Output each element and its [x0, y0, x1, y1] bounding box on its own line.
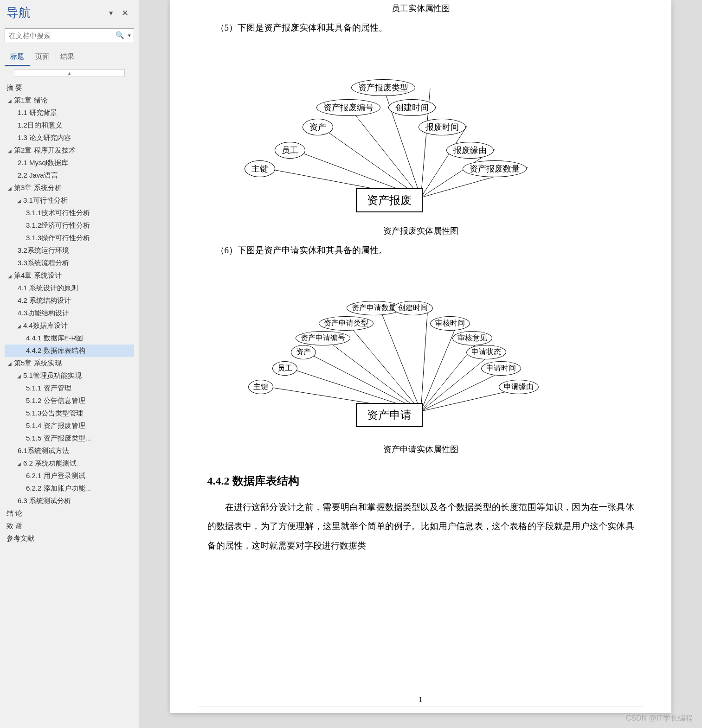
nav-tree-item[interactable]: 3.1.3操作可行性分析 [5, 232, 134, 244]
nav-tree-item[interactable]: 4.4.2 数据库表结构 [5, 345, 134, 357]
nav-tree-item[interactable]: 1.2目的和意义 [5, 119, 134, 132]
nav-tree-item[interactable]: 3.3系统流程分析 [5, 257, 134, 269]
tab-headings[interactable]: 标题 [5, 50, 30, 66]
nav-tree-item[interactable]: ◢第3章 系统分析 [5, 182, 134, 194]
tab-pages[interactable]: 页面 [30, 50, 55, 66]
nav-tree-item[interactable]: 6.2.1 用户登录测试 [5, 470, 134, 482]
nav-header: 导航 ▼ ✕ [0, 0, 139, 26]
section-heading: 4.4.2 数据库表结构 [207, 473, 644, 488]
paragraph: （5）下图是资产报废实体和其具备的属性。 [198, 20, 644, 35]
nav-tree-item[interactable]: 5.1.4 资产报废管理 [5, 420, 134, 432]
er-attr: 报废时间 [419, 119, 466, 135]
tree-item-label: 5.1.4 资产报废管理 [26, 421, 85, 429]
nav-tree-item[interactable]: ◢第2章 程序开发技术 [5, 144, 134, 157]
tree-item-label: 第2章 程序开发技术 [14, 146, 76, 154]
tree-item-label: 4.1 系统设计的原则 [18, 284, 78, 292]
tree-toggle-icon[interactable]: ◢ [6, 274, 13, 279]
nav-tree-item[interactable]: 4.2 系统结构设计 [5, 294, 134, 307]
svg-line-15 [421, 307, 428, 411]
er-entity: 资产报废 [356, 188, 423, 212]
er-attr: 申请时间 [481, 361, 521, 376]
tree-item-label: 4.2 系统结构设计 [18, 296, 71, 304]
er-attr: 资产报废数量 [463, 160, 527, 177]
tree-toggle-icon[interactable]: ◢ [6, 98, 13, 103]
nav-tree-item[interactable]: 6.3 系统测试分析 [5, 495, 134, 507]
nav-tree-item[interactable]: ◢第1章 绪论 [5, 94, 134, 107]
svg-line-6 [421, 126, 467, 198]
tree-item-label: 5.1管理员功能实现 [23, 371, 82, 379]
figure-caption: 资产报废实体属性图 [198, 225, 644, 236]
tree-toggle-icon[interactable]: ◢ [16, 324, 22, 329]
tree-item-label: 5.1.2 公告信息管理 [26, 396, 85, 404]
document-page: 员工实体属性图 （5）下图是资产报废实体和其具备的属性。 主键 员工 资产 资产… [170, 0, 671, 713]
nav-tree-item[interactable]: 6.2.2 添加账户功能... [5, 482, 134, 495]
nav-tree-item[interactable]: 2.2 Java语言 [5, 169, 134, 182]
svg-line-2 [319, 126, 421, 198]
nav-tree-item[interactable]: 1.3 论文研究内容 [5, 132, 134, 144]
nav-tree-item[interactable]: 4.4.1 数据库E-R图 [5, 332, 134, 345]
search-input[interactable] [5, 30, 113, 41]
nav-tree-item[interactable]: ◢4.4数据库设计 [5, 319, 134, 332]
er-attr: 资产申请编号 [296, 331, 350, 345]
nav-tree-item[interactable]: 6.1系统测试方法 [5, 445, 134, 457]
nav-tree-item[interactable]: ◢第5章 系统实现 [5, 357, 134, 370]
nav-tree-item[interactable]: 4.1 系统设计的原则 [5, 282, 134, 294]
tree-item-label: 参考文献 [6, 534, 34, 542]
tree-toggle-icon[interactable]: ◢ [6, 361, 13, 366]
tree-toggle-icon[interactable]: ◢ [16, 198, 22, 204]
tree-toggle-icon[interactable]: ◢ [16, 461, 22, 466]
tree-item-label: 摘 要 [6, 83, 22, 91]
tree-item-label: 6.3 系统测试分析 [18, 497, 71, 504]
tree-item-label: 4.4.2 数据库表结构 [26, 346, 85, 354]
paragraph: （6）下图是资产申请实体和其具备的属性。 [198, 243, 644, 258]
nav-tree-item[interactable]: 5.1.1 资产管理 [5, 382, 134, 395]
tree-item-label: 致 谢 [6, 522, 22, 530]
nav-tree-item[interactable]: ◢5.1管理员功能实现 [5, 370, 134, 382]
nav-tree-item[interactable]: 4.3功能结构设计 [5, 307, 134, 319]
tree-item-label: 3.1.3操作可行性分析 [26, 234, 90, 242]
er-attr: 资产申请类型 [319, 316, 374, 331]
nav-tree-item[interactable]: ◢3.1可行性分析 [5, 194, 134, 207]
tree-item-label: 3.1可行性分析 [23, 196, 68, 204]
close-icon[interactable]: ✕ [118, 6, 132, 20]
nav-tree-item[interactable]: 1.1 研究背景 [5, 107, 134, 119]
tree-item-label: 6.2.1 用户登录测试 [26, 472, 85, 479]
er-attr: 主键 [248, 380, 273, 394]
tree-item-label: 3.1.2经济可行性分析 [26, 221, 90, 229]
svg-line-18 [421, 351, 495, 411]
er-entity: 资产申请 [356, 403, 423, 427]
nav-tree-item[interactable]: 参考文献 [5, 532, 134, 545]
nav-tree-item[interactable]: 3.1.2经济可行性分析 [5, 219, 134, 232]
er-attr: 资产 [303, 119, 333, 135]
tree-item-label: 6.1系统测试方法 [18, 447, 69, 454]
nav-tree-item[interactable]: 5.1.2 公告信息管理 [5, 395, 134, 407]
nav-options-dropdown[interactable]: ▼ [104, 7, 118, 19]
tree-item-label: 6.2.2 添加账户功能... [26, 484, 91, 492]
tab-results[interactable]: 结果 [55, 50, 80, 66]
nav-tree-item[interactable]: 摘 要 [5, 82, 134, 94]
nav-tree-item[interactable]: 5.1.5 资产报废类型... [5, 432, 134, 445]
nav-tree-item[interactable]: 5.1.3公告类型管理 [5, 407, 134, 420]
collapse-all-button[interactable]: ▴ [14, 69, 125, 77]
nav-tree-item[interactable]: ◢第4章 系统设计 [5, 269, 134, 282]
er-attr: 员工 [275, 142, 305, 159]
nav-tree-item[interactable]: 3.1.1技术可行性分析 [5, 207, 134, 219]
tree-item-label: 4.4.1 数据库E-R图 [26, 334, 83, 342]
svg-line-16 [421, 322, 458, 411]
nav-tree-item[interactable]: ◢6.2 系统功能测试 [5, 457, 134, 470]
tree-item-label: 4.3功能结构设计 [18, 309, 69, 317]
nav-tree: 摘 要◢第1章 绪论1.1 研究背景1.2目的和意义1.3 论文研究内容◢第2章… [0, 80, 139, 728]
nav-tree-item[interactable]: 2.1 Mysql数据库 [5, 157, 134, 169]
tree-item-label: 第1章 绪论 [14, 96, 48, 104]
search-icon[interactable]: 🔍 [113, 31, 127, 39]
tree-toggle-icon[interactable]: ◢ [16, 374, 22, 379]
tree-toggle-icon[interactable]: ◢ [6, 186, 13, 191]
search-options-dropdown[interactable]: ▾ [127, 32, 134, 38]
tree-item-label: 3.3系统流程分析 [18, 259, 69, 267]
nav-tree-item[interactable]: 致 谢 [5, 520, 134, 532]
tree-item-label: 2.1 Mysql数据库 [18, 159, 68, 166]
nav-tree-item[interactable]: 结 论 [5, 507, 134, 520]
watermark: CSDN @IT学长编程 [626, 714, 693, 723]
nav-tree-item[interactable]: 3.2系统运行环境 [5, 244, 134, 257]
tree-toggle-icon[interactable]: ◢ [6, 148, 13, 153]
